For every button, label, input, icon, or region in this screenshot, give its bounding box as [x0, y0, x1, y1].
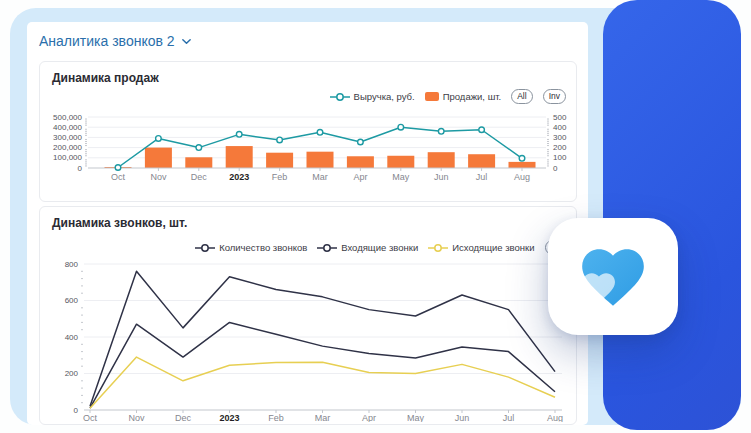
svg-text:100: 100 [553, 153, 567, 162]
bar-Dec [185, 157, 212, 168]
calls-chart: 8006004002000OctNovDec2023FebMarAprMayJu… [40, 207, 574, 422]
svg-text:Feb: Feb [272, 172, 288, 182]
svg-text:Dec: Dec [175, 413, 192, 422]
svg-text:May: May [392, 172, 410, 182]
svg-text:Aug: Aug [547, 413, 563, 422]
bar-Jul [468, 154, 495, 168]
svg-text:0: 0 [553, 164, 558, 173]
svg-text:Nov: Nov [128, 413, 145, 422]
svg-text:200: 200 [65, 369, 79, 378]
svg-text:May: May [407, 413, 425, 422]
svg-text:200: 200 [553, 143, 567, 152]
svg-text:Jun: Jun [434, 172, 449, 182]
report-title-dropdown[interactable]: Аналитика звонков 2 [39, 29, 192, 53]
svg-text:500: 500 [553, 113, 567, 122]
blue-side-panel [603, 0, 741, 430]
svg-text:Jul: Jul [476, 172, 488, 182]
bar-Jun [428, 152, 455, 168]
svg-text:400: 400 [65, 333, 79, 342]
svg-text:600: 600 [65, 296, 79, 305]
svg-text:300,000: 300,000 [53, 133, 82, 142]
bar-2023 [226, 146, 253, 168]
bar-Mar [307, 152, 334, 168]
svg-text:Mar: Mar [312, 172, 328, 182]
bar-Nov [145, 148, 172, 168]
svg-text:Jun: Jun [455, 413, 470, 422]
sales-chart-card: Динамика продаж Выручка, руб.Продажи, шт… [39, 61, 577, 202]
svg-text:800: 800 [65, 260, 79, 269]
chevron-down-icon [181, 36, 192, 47]
svg-text:0: 0 [74, 406, 79, 415]
svg-text:2023: 2023 [219, 413, 239, 422]
svg-text:Apr: Apr [362, 413, 376, 422]
svg-text:2023: 2023 [229, 172, 249, 182]
svg-text:0: 0 [78, 164, 83, 173]
svg-text:200,000: 200,000 [53, 143, 82, 152]
svg-text:Oct: Oct [111, 172, 126, 182]
bar-Feb [266, 153, 293, 168]
hearts-logo-icon [574, 240, 652, 314]
bar-Apr [347, 156, 374, 168]
bar-Aug [509, 162, 536, 168]
svg-text:Feb: Feb [268, 413, 284, 422]
svg-text:400,000: 400,000 [53, 123, 82, 132]
svg-text:300: 300 [553, 133, 567, 142]
page-title: Аналитика звонков 2 [39, 33, 175, 49]
app-logo-card[interactable] [548, 218, 678, 335]
svg-text:500,000: 500,000 [53, 113, 82, 122]
svg-text:Aug: Aug [514, 172, 530, 182]
dashboard-card: Аналитика звонков 2 Динамика продаж Выру… [27, 22, 588, 425]
bar-May [387, 156, 414, 168]
calls-chart-card: Динамика звонков, шт. Количество звонков… [39, 206, 577, 425]
svg-text:Jul: Jul [503, 413, 515, 422]
svg-text:Nov: Nov [150, 172, 167, 182]
svg-text:400: 400 [553, 123, 567, 132]
sales-chart: 500,000400,000300,000200,000100,00005004… [40, 62, 574, 199]
svg-text:100,000: 100,000 [53, 153, 82, 162]
svg-text:Oct: Oct [83, 413, 98, 422]
svg-text:Mar: Mar [315, 413, 331, 422]
svg-text:Dec: Dec [191, 172, 208, 182]
svg-text:Apr: Apr [353, 172, 367, 182]
